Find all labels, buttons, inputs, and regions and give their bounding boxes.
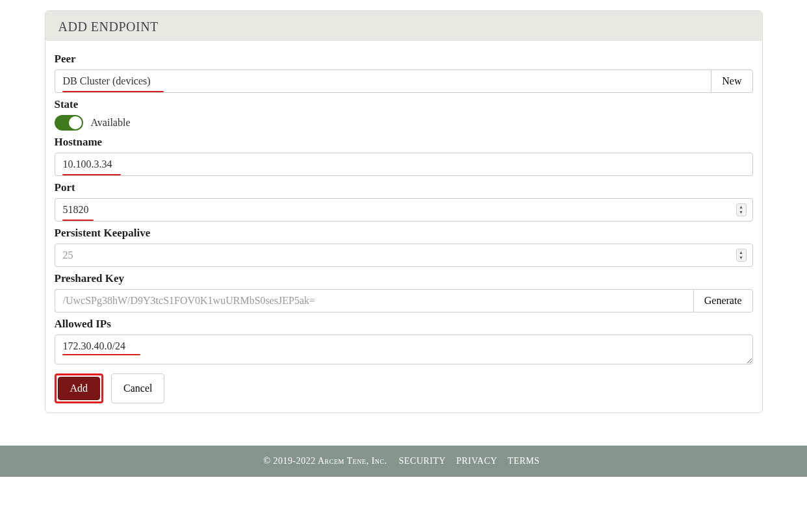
peer-label: Peer: [55, 53, 753, 66]
chevron-up-icon: [739, 250, 743, 255]
hostname-input[interactable]: [55, 153, 753, 176]
psk-generate-button[interactable]: Generate: [693, 289, 753, 312]
panel-title: Add Endpoint: [45, 11, 762, 41]
peer-new-button[interactable]: New: [711, 70, 752, 93]
keepalive-stepper[interactable]: [736, 249, 747, 262]
footer-copyright: © 2019-2022 Arcem Tene, Inc.: [263, 456, 387, 466]
hostname-label: Hostname: [55, 136, 753, 149]
allowed-ips-input[interactable]: [55, 335, 753, 364]
keepalive-input[interactable]: [55, 244, 753, 267]
cancel-button[interactable]: Cancel: [111, 374, 164, 403]
psk-label: Preshared Key: [55, 272, 753, 285]
chevron-up-icon: [739, 205, 743, 210]
port-input[interactable]: [55, 198, 753, 222]
footer-link-privacy[interactable]: Privacy: [456, 456, 497, 466]
port-label: Port: [55, 181, 753, 194]
state-label: State: [55, 98, 753, 111]
add-button[interactable]: Add: [58, 377, 101, 400]
spellcheck-underline: [62, 174, 121, 175]
chevron-down-icon: [739, 210, 743, 215]
page-footer: © 2019-2022 Arcem Tene, Inc. Security Pr…: [0, 446, 807, 477]
state-toggle[interactable]: [55, 115, 83, 131]
state-status: Available: [91, 117, 131, 129]
footer-link-security[interactable]: Security: [399, 456, 446, 466]
add-button-highlight: Add: [55, 374, 104, 403]
psk-input[interactable]: [55, 289, 693, 312]
spellcheck-underline: [62, 354, 140, 355]
spellcheck-underline: [62, 91, 164, 92]
allowed-ips-label: Allowed IPs: [55, 318, 753, 331]
toggle-knob: [69, 116, 82, 129]
footer-link-terms[interactable]: Terms: [507, 456, 539, 466]
keepalive-label: Persistent Keepalive: [55, 227, 753, 240]
peer-input[interactable]: [55, 70, 711, 93]
chevron-down-icon: [739, 255, 743, 260]
add-endpoint-panel: Add Endpoint Peer New State Available Ho…: [45, 10, 763, 413]
port-stepper[interactable]: [736, 203, 747, 216]
spellcheck-underline: [62, 220, 94, 221]
